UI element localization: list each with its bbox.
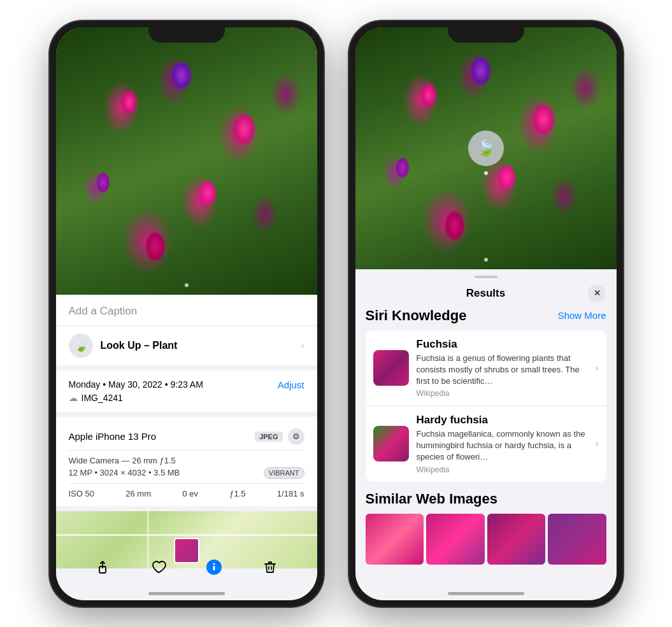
meta-filename: IMG_4241 (82, 393, 123, 403)
exif-aperture: ƒ1.5 (229, 489, 245, 498)
page-indicator-dot-2 (484, 258, 488, 262)
device-name: Apple iPhone 13 Pro (69, 431, 157, 442)
phone-1-screen: Add a Caption 🍃 Look Up – Plant › Monday… (56, 27, 317, 600)
info-icon (205, 558, 223, 576)
cloud-icon: ☁ (69, 393, 78, 403)
caption-area[interactable]: Add a Caption (56, 295, 317, 325)
adjust-button[interactable]: Adjust (278, 379, 304, 390)
exif-focal: 26 mm (125, 489, 151, 498)
hardy-fuchsia-thumbnail (373, 426, 409, 461)
close-button[interactable]: ✕ (588, 285, 606, 302)
similar-title: Similar Web Images (366, 491, 606, 507)
delete-button[interactable] (256, 553, 284, 581)
similar-images-row (366, 514, 606, 565)
lens-spec: Wide Camera — 26 mm ƒ1.5 (69, 456, 304, 465)
siri-visual-search-badge: 🍃 (468, 130, 504, 166)
leaf-icon: 🍃 (74, 339, 88, 353)
fuchsia-chevron-icon: › (595, 362, 598, 374)
fuchsia-name: Fuchsia (417, 338, 588, 351)
hardy-fuchsia-text: Hardy fuchsia Fuchsia magellanica, commo… (417, 414, 588, 474)
lookup-icon-wrap: 🍃 (69, 334, 93, 358)
knowledge-card: Fuchsia Fuchsia is a genus of flowering … (366, 330, 606, 482)
vibrant-badge: VIBRANT (264, 467, 304, 479)
similar-image-3[interactable] (487, 514, 546, 565)
lookup-row[interactable]: 🍃 Look Up – Plant › (56, 325, 317, 365)
meta-section: Monday • May 30, 2022 • 9:23 AM Adjust ☁… (56, 370, 317, 412)
photo-display[interactable] (56, 27, 317, 295)
show-more-button[interactable]: Show More (558, 310, 606, 321)
results-title: Results (466, 287, 505, 300)
svg-point-2 (213, 563, 215, 565)
meta-date: Monday • May 30, 2022 • 9:23 AM (69, 379, 203, 390)
info-button[interactable] (200, 553, 228, 581)
resolution-spec: 12 MP • 3024 × 4032 • 3.5 MB (69, 468, 180, 477)
knowledge-item-hardy-fuchsia[interactable]: Hardy fuchsia Fuchsia magellanica, commo… (366, 406, 606, 482)
trash-icon (262, 560, 278, 575)
phone-1: Add a Caption 🍃 Look Up – Plant › Monday… (50, 21, 324, 607)
page-indicator-dot (185, 283, 189, 287)
results-panel: Results ✕ Siri Knowledge Show More Fuchs… (355, 269, 617, 600)
share-button[interactable] (89, 553, 117, 581)
phone-2-screen: 🍃 Results ✕ Siri Knowledge Show More (355, 27, 617, 600)
favorite-button[interactable] (145, 553, 173, 581)
device-row: Apple iPhone 13 Pro JPEG ⚙ (69, 423, 304, 451)
lookup-chevron-icon: › (301, 340, 304, 351)
hardy-fuchsia-source: Wikipedia (417, 465, 588, 474)
fuchsia-description: Fuchsia is a genus of flowering plants t… (417, 353, 588, 388)
gear-icon[interactable]: ⚙ (288, 428, 304, 445)
camera-specs: Wide Camera — 26 mm ƒ1.5 12 MP • 3024 × … (69, 451, 304, 484)
fuchsia-thumbnail (373, 350, 409, 386)
device-section: Apple iPhone 13 Pro JPEG ⚙ Wide Camera —… (56, 417, 317, 506)
exif-row: ISO 50 26 mm 0 ev ƒ1.5 1/181 s (69, 484, 304, 500)
lookup-label: Look Up – Plant (101, 340, 178, 351)
hardy-fuchsia-name: Hardy fuchsia (417, 414, 588, 426)
similar-image-2[interactable] (426, 514, 485, 565)
exif-ev: 0 ev (182, 489, 198, 498)
leaf-siri-icon: 🍃 (476, 139, 496, 157)
fuchsia-text: Fuchsia Fuchsia is a genus of flowering … (417, 338, 588, 398)
map-road-h (56, 534, 317, 536)
heart-icon (151, 560, 166, 575)
resolution-spec-row: 12 MP • 3024 × 4032 • 3.5 MB VIBRANT (69, 467, 304, 479)
format-badge: JPEG (255, 432, 282, 442)
similar-image-4[interactable] (548, 514, 606, 565)
siri-knowledge-title: Siri Knowledge (366, 307, 467, 324)
hardy-fuchsia-chevron-icon: › (595, 438, 598, 449)
share-icon (95, 560, 110, 575)
similar-image-1[interactable] (366, 514, 424, 565)
photo-display-2[interactable]: 🍃 (355, 27, 617, 269)
home-indicator (148, 592, 225, 595)
meta-date-row: Monday • May 30, 2022 • 9:23 AM Adjust (69, 379, 304, 390)
caption-placeholder[interactable]: Add a Caption (69, 305, 138, 317)
exif-shutter: 1/181 s (277, 489, 304, 498)
toolbar (56, 553, 317, 581)
similar-section: Similar Web Images (355, 482, 617, 565)
knowledge-item-fuchsia[interactable]: Fuchsia Fuchsia is a genus of flowering … (366, 330, 606, 407)
svg-rect-3 (213, 566, 215, 570)
results-header: Results ✕ (355, 278, 617, 307)
siri-knowledge-section: Siri Knowledge Show More Fuchsia Fuchsia… (355, 307, 617, 482)
device-badges: JPEG ⚙ (255, 428, 304, 445)
exif-iso: ISO 50 (69, 489, 94, 498)
siri-dot (484, 171, 488, 175)
meta-filename-row: ☁ IMG_4241 (69, 393, 304, 403)
hardy-fuchsia-description: Fuchsia magellanica, commonly known as t… (417, 428, 588, 463)
home-indicator-2 (448, 592, 524, 595)
siri-knowledge-header: Siri Knowledge Show More (366, 307, 606, 324)
fuchsia-source: Wikipedia (417, 389, 588, 398)
phone-2: 🍃 Results ✕ Siri Knowledge Show More (349, 21, 623, 607)
